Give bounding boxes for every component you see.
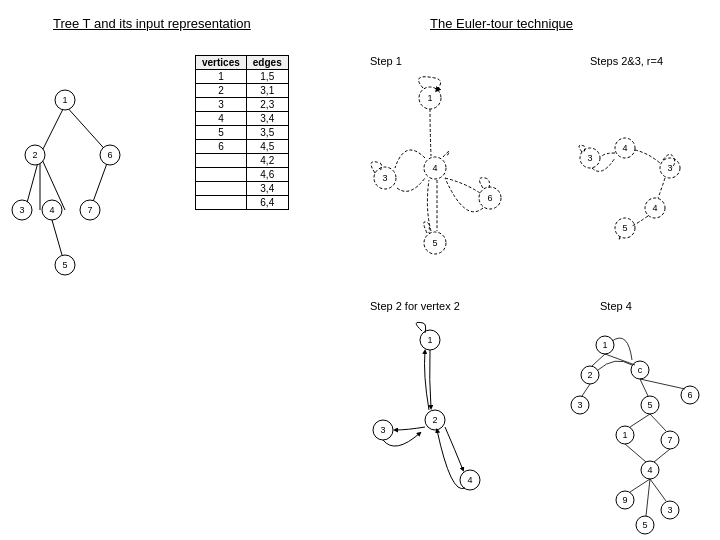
table-row: 4,2 [196,154,289,168]
svg-text:1: 1 [602,340,607,350]
svg-text:1: 1 [622,430,627,440]
svg-text:4: 4 [622,143,627,153]
table-row: 4 3,4 [196,112,289,126]
svg-text:3: 3 [587,153,592,163]
svg-line-75 [605,354,635,365]
table-row: 5 3,5 [196,126,289,140]
table-row: 1 1,5 [196,70,289,84]
svg-text:2: 2 [587,370,592,380]
svg-text:c: c [638,365,643,375]
table-row: 6 4,5 [196,140,289,154]
svg-text:3: 3 [19,205,24,215]
svg-line-73 [592,354,605,366]
table-row: 4,6 [196,168,289,182]
svg-text:6: 6 [107,150,112,160]
svg-line-80 [630,479,650,492]
svg-text:6: 6 [687,390,692,400]
svg-text:6: 6 [487,193,492,203]
svg-text:3: 3 [382,173,387,183]
svg-text:7: 7 [87,205,92,215]
svg-text:5: 5 [647,400,652,410]
input-table-container: vertices edges 1 1,5 2 3,1 3 2,3 4 [195,55,289,210]
svg-text:4: 4 [49,205,54,215]
svg-line-84 [625,444,646,462]
svg-text:7: 7 [667,435,672,445]
svg-line-83 [654,449,670,462]
step3-label: Steps 2&3, r=4 [590,55,663,67]
step4-label: Step 4 [600,300,632,312]
svg-text:1: 1 [427,335,432,345]
euler-title: The Euler-tour technique [430,16,573,31]
svg-text:9: 9 [622,495,627,505]
svg-text:5: 5 [642,520,647,530]
svg-text:4: 4 [652,203,657,213]
svg-text:4: 4 [647,465,652,475]
svg-text:2: 2 [432,415,437,425]
svg-line-20 [52,220,62,255]
svg-line-77 [640,379,685,389]
table-row: 2 3,1 [196,84,289,98]
step2-diagram: 1 2 3 4 [355,315,530,525]
tree-diagram: 1 2 6 3 4 5 7 [10,55,195,305]
svg-text:5: 5 [432,238,437,248]
step2-label: Step 2 for vertex 2 [370,300,460,312]
svg-text:5: 5 [622,223,627,233]
input-table: vertices edges 1 1,5 2 3,1 3 2,3 4 [195,55,289,210]
svg-line-76 [640,379,648,396]
svg-text:1: 1 [427,93,432,103]
svg-text:3: 3 [667,505,672,515]
page-container: Tree T and its input representation The … [0,0,720,540]
svg-text:5: 5 [62,260,67,270]
svg-text:3: 3 [667,163,672,173]
table-row: 6,4 [196,196,289,210]
col-edges: edges [246,56,288,70]
svg-text:2: 2 [32,150,37,160]
col-vertices: vertices [196,56,247,70]
svg-line-0 [40,105,65,155]
svg-line-81 [650,479,666,501]
svg-text:3: 3 [577,400,582,410]
svg-line-79 [650,414,666,431]
tree-title: Tree T and its input representation [53,16,251,31]
svg-line-82 [646,479,650,516]
svg-text:4: 4 [432,163,437,173]
step1-diagram: 1 4 3 6 5 [355,68,530,268]
table-row: 3 2,3 [196,98,289,112]
svg-text:4: 4 [467,475,472,485]
svg-line-74 [582,384,590,396]
table-row: 3,4 [196,182,289,196]
step3-diagram: 4 3 3 4 5 [570,68,720,268]
svg-text:3: 3 [380,425,385,435]
svg-text:1: 1 [62,95,67,105]
step1-label: Step 1 [370,55,402,67]
step4-diagram: 1 2 3 c 5 6 1 7 4 9 3 5 [570,315,720,535]
svg-line-78 [630,414,650,427]
